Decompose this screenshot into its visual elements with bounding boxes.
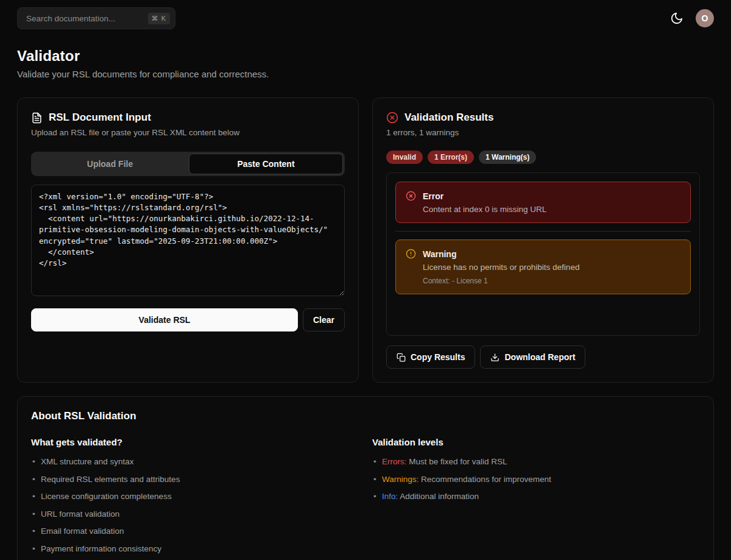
clear-button[interactable]: Clear [303, 308, 345, 331]
download-icon [490, 353, 500, 362]
topbar-right: O [668, 9, 714, 27]
warning-texts: Warning License has no permits or prohib… [423, 249, 579, 285]
list-item: URL format validation [31, 508, 359, 520]
input-card-header: RSL Document Input [31, 112, 345, 124]
validated-title: What gets validated? [31, 437, 359, 447]
errors-level-label: Errors: [382, 457, 407, 466]
about-title: About RSL Validation [31, 410, 700, 422]
results-badges: Invalid 1 Error(s) 1 Warning(s) [386, 151, 700, 164]
page-subtitle: Validate your RSL documents for complian… [17, 69, 714, 79]
page: Search documentation... ⌘ K O Validator … [0, 0, 731, 560]
copy-icon [397, 353, 406, 362]
results-summary: 1 errors, 1 warnings [386, 128, 700, 137]
error-message: Content at index 0 is missing URL [423, 205, 546, 214]
error-texts: Error Content at index 0 is missing URL [423, 191, 546, 214]
about-card: About RSL Validation What gets validated… [17, 396, 714, 560]
list-item: Info: Additional information [372, 491, 700, 503]
list-item: Payment information consistency [31, 543, 359, 555]
list-item: License configuration completeness [31, 491, 359, 503]
list-item: XML structure and syntax [31, 456, 359, 468]
result-item-warning: Warning License has no permits or prohib… [395, 239, 691, 294]
moon-icon [670, 12, 683, 25]
validated-list: XML structure and syntax Required RSL el… [31, 456, 359, 555]
status-badge-warnings: 1 Warning(s) [479, 151, 536, 164]
validation-results-card: Validation Results 1 errors, 1 warnings … [372, 97, 714, 383]
list-item: Email format validation [31, 525, 359, 537]
input-mode-tabs: Upload File Paste Content [31, 152, 345, 176]
input-actions: Validate RSL Clear [31, 308, 345, 331]
warning-context: Context: - License 1 [423, 277, 579, 285]
x-circle-icon [386, 112, 398, 124]
page-title: Validator [17, 48, 714, 65]
copy-results-label: Copy Results [411, 352, 465, 362]
warning-message: License has no permits or prohibits defi… [423, 263, 579, 272]
levels-column: Validation levels Errors: Must be fixed … [372, 437, 700, 560]
input-card-title: RSL Document Input [49, 112, 151, 124]
results-actions: Copy Results Download Report [386, 346, 700, 369]
main-cards-row: RSL Document Input Upload an RSL file or… [17, 97, 714, 383]
document-input-card: RSL Document Input Upload an RSL file or… [17, 97, 359, 383]
file-text-icon [31, 112, 43, 124]
copy-results-button[interactable]: Copy Results [386, 346, 475, 369]
tab-paste-content[interactable]: Paste Content [189, 154, 343, 174]
status-badge-errors: 1 Error(s) [428, 151, 474, 164]
info-level-text: Additional information [398, 492, 479, 501]
status-badge-invalid: Invalid [386, 151, 423, 164]
levels-list: Errors: Must be fixed for valid RSL Warn… [372, 456, 700, 503]
topbar: Search documentation... ⌘ K O [17, 5, 714, 32]
warnings-level-text: Recommendations for improvement [418, 475, 551, 484]
warning-title: Warning [423, 249, 579, 259]
warning-circle-icon [406, 249, 416, 285]
download-report-button[interactable]: Download Report [480, 346, 585, 369]
list-item: Errors: Must be fixed for valid RSL [372, 456, 700, 468]
result-item-error: Error Content at index 0 is missing URL [395, 182, 691, 223]
xml-content-textarea[interactable]: <?xml version="1.0" encoding="UTF-8"?> <… [31, 185, 345, 296]
about-columns: What gets validated? XML structure and s… [31, 437, 700, 560]
input-card-subtitle: Upload an RSL file or paste your RSL XML… [31, 128, 345, 137]
results-card-header: Validation Results [386, 112, 700, 124]
warnings-level-label: Warnings: [382, 475, 418, 484]
search-placeholder: Search documentation... [26, 14, 115, 23]
validate-rsl-button[interactable]: Validate RSL [31, 308, 298, 331]
tab-upload-file[interactable]: Upload File [33, 154, 187, 174]
validated-column: What gets validated? XML structure and s… [31, 437, 359, 560]
result-separator [395, 231, 691, 232]
search-shortcut-kbd: ⌘ K [148, 13, 170, 24]
theme-toggle-button[interactable] [668, 9, 686, 27]
results-card-title: Validation Results [404, 112, 493, 124]
error-title: Error [423, 191, 546, 201]
list-item: Warnings: Recommendations for improvemen… [372, 473, 700, 486]
info-level-label: Info: [382, 492, 398, 501]
results-list-panel: Error Content at index 0 is missing URL … [386, 172, 700, 336]
error-circle-icon [406, 191, 416, 214]
errors-level-text: Must be fixed for valid RSL [407, 457, 507, 466]
download-report-label: Download Report [504, 352, 575, 362]
avatar[interactable]: O [696, 9, 714, 27]
list-item: Required RSL elements and attributes [31, 473, 359, 486]
search-input[interactable]: Search documentation... ⌘ K [17, 7, 175, 29]
levels-title: Validation levels [372, 437, 700, 447]
